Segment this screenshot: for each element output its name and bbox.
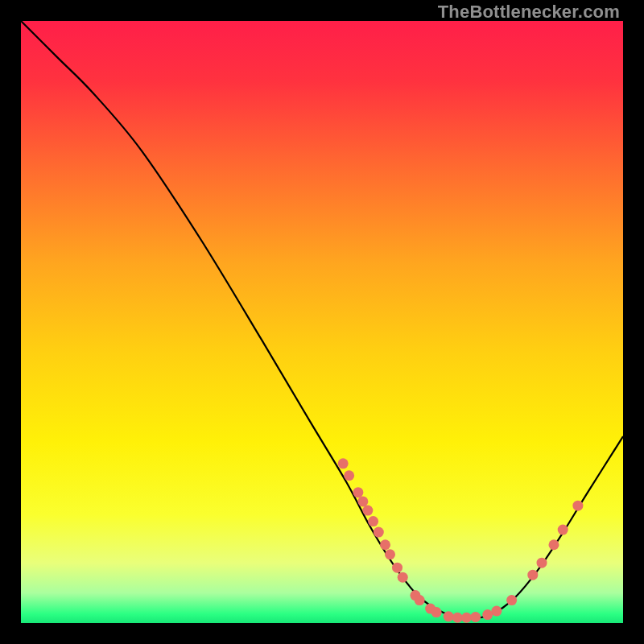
data-marker	[338, 458, 349, 469]
data-marker	[415, 595, 425, 605]
chart-background	[21, 21, 623, 623]
data-marker	[558, 525, 568, 535]
data-marker	[572, 501, 583, 511]
data-marker	[537, 558, 547, 568]
data-marker	[380, 539, 390, 550]
data-marker	[506, 595, 517, 605]
watermark-text: TheBottlenecker.com	[438, 2, 620, 23]
data-marker	[362, 506, 373, 516]
chart-svg	[21, 21, 623, 623]
data-marker	[491, 606, 502, 617]
data-marker	[357, 496, 368, 506]
data-marker	[344, 470, 354, 481]
data-marker	[353, 487, 363, 497]
data-marker	[431, 607, 442, 617]
data-marker	[482, 609, 493, 620]
data-marker	[392, 563, 402, 573]
data-marker	[527, 570, 538, 580]
data-marker	[374, 527, 384, 538]
data-marker	[444, 611, 454, 621]
data-marker	[398, 572, 408, 583]
chart-frame	[21, 21, 623, 623]
data-marker	[385, 549, 395, 559]
data-marker	[461, 613, 472, 623]
data-marker	[470, 612, 481, 622]
data-marker	[452, 613, 463, 623]
data-marker	[368, 516, 378, 526]
data-marker	[548, 539, 559, 550]
